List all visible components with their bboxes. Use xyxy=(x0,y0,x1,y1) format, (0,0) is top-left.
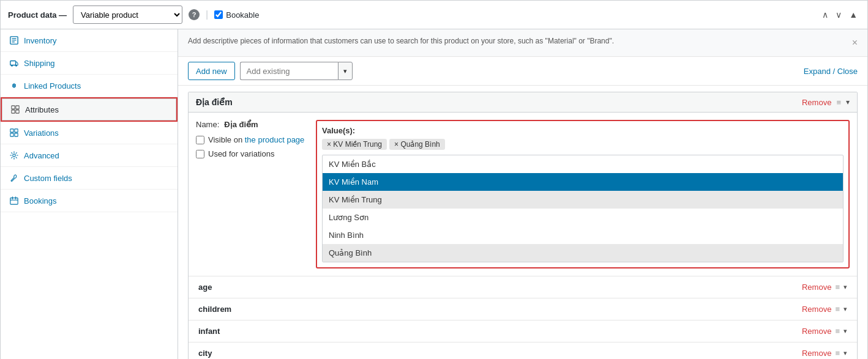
name-label: Name: xyxy=(196,120,219,129)
expand-close-link-top[interactable]: Expand / Close xyxy=(804,67,858,76)
sub-attr-name-childrem: childrem xyxy=(198,305,231,314)
link-icon xyxy=(9,81,19,91)
sub-attr-city: city Remove ≡ ▾ xyxy=(189,342,857,359)
add-existing-dropdown-button[interactable]: ▾ xyxy=(338,62,353,80)
sub-attr-actions-city: Remove ≡ ▾ xyxy=(802,349,847,358)
attribute-chevron[interactable]: ▾ xyxy=(846,98,850,106)
dropdown-item-kv-mien-nam[interactable]: KV Miền Nam xyxy=(323,173,843,191)
svg-rect-11 xyxy=(15,133,18,136)
attribute-header-dia-diem: Địa điểm Remove ≡ ▾ xyxy=(189,92,857,113)
chevron-city-icon[interactable]: ▾ xyxy=(844,349,847,357)
drag-city-icon: ≡ xyxy=(835,349,840,358)
help-icon[interactable]: ? xyxy=(189,9,200,20)
product-page-link[interactable]: the product page xyxy=(245,135,305,144)
attribute-left-panel: Name: Địa điểm Visible on the product pa… xyxy=(196,120,306,268)
values-label: Value(s): xyxy=(322,126,844,135)
tag-quang-binh: × Quảng Bình xyxy=(389,139,445,150)
attribute-values-panel: Value(s): × KV Miền Trung × Quảng Bình K… xyxy=(316,120,850,268)
used-variations-checkbox[interactable] xyxy=(196,150,204,158)
svg-rect-9 xyxy=(15,129,18,132)
remove-attribute-link[interactable]: Remove xyxy=(802,98,831,107)
dropdown-item-kv-mien-bac[interactable]: KV Miền Bắc xyxy=(323,155,843,173)
wrench-icon xyxy=(9,173,19,183)
sidebar: Inventory Shipping Linked Products Attri… xyxy=(1,29,178,359)
header-separator: | xyxy=(206,9,208,20)
shipping-icon xyxy=(9,58,19,68)
sub-attr-actions-infant: Remove ≡ ▾ xyxy=(802,327,847,336)
sidebar-label-advanced: Advanced xyxy=(24,151,59,160)
tag-label-kv-mien-trung: × KV Miền Trung xyxy=(327,140,382,149)
product-data-panel: Product data — Variable product Simple p… xyxy=(0,0,868,359)
gear-icon xyxy=(9,150,19,160)
chevron-infant-icon[interactable]: ▾ xyxy=(844,327,847,335)
product-data-title: Product data — xyxy=(8,10,67,20)
sidebar-label-custom-fields: Custom fields xyxy=(24,174,72,183)
dropdown-item-kv-mien-trung[interactable]: KV Miền Trung xyxy=(323,191,843,209)
remove-infant-link[interactable]: Remove xyxy=(802,327,831,336)
arrow-collapse-button[interactable]: ▲ xyxy=(847,9,860,21)
used-variations-check-row[interactable]: Used for variations xyxy=(196,149,306,158)
bookable-label[interactable]: Bookable xyxy=(214,10,259,20)
sidebar-item-bookings[interactable]: Bookings xyxy=(1,190,178,212)
variations-icon xyxy=(9,128,19,138)
drag-icon: ≡ xyxy=(836,98,841,107)
chevron-age-icon[interactable]: ▾ xyxy=(844,283,847,291)
tag-kv-mien-trung: × KV Miền Trung xyxy=(322,139,387,150)
remove-age-link[interactable]: Remove xyxy=(802,283,831,292)
inventory-icon xyxy=(9,35,19,45)
svg-rect-5 xyxy=(16,106,19,109)
add-existing-wrap: ▾ xyxy=(240,62,353,80)
add-new-button[interactable]: Add new xyxy=(188,62,235,80)
visible-checkbox[interactable] xyxy=(196,136,204,144)
info-close-button[interactable]: × xyxy=(852,35,858,50)
arrow-down-button[interactable]: ∨ xyxy=(833,9,844,21)
svg-rect-6 xyxy=(12,110,15,113)
sidebar-item-variations[interactable]: Variations xyxy=(1,122,178,144)
sidebar-item-shipping[interactable]: Shipping xyxy=(1,52,178,75)
tag-label-quang-binh: × Quảng Bình xyxy=(394,140,440,149)
bookable-checkbox[interactable] xyxy=(214,10,223,19)
attribute-title-dia-diem: Địa điểm xyxy=(196,97,233,107)
visible-check-row[interactable]: Visible on the product page xyxy=(196,135,306,144)
attribute-body: Name: Địa điểm Visible on the product pa… xyxy=(189,113,857,276)
sidebar-item-inventory[interactable]: Inventory xyxy=(1,29,178,52)
visible-label: Visible on the product page xyxy=(208,135,304,144)
dropdown-item-luong-son[interactable]: Lương Sơn xyxy=(323,209,843,226)
sub-attr-actions-childrem: Remove ≡ ▾ xyxy=(802,305,847,314)
values-dropdown-list[interactable]: KV Miền Bắc KV Miền Nam KV Miền Trung Lư… xyxy=(322,155,844,262)
sidebar-item-linked-products[interactable]: Linked Products xyxy=(1,75,178,97)
sidebar-item-attributes[interactable]: Attributes xyxy=(1,97,178,122)
sidebar-item-custom-fields[interactable]: Custom fields xyxy=(1,167,178,190)
sidebar-label-inventory: Inventory xyxy=(24,36,56,45)
drag-infant-icon: ≡ xyxy=(835,327,840,336)
selected-tags: × KV Miền Trung × Quảng Bình xyxy=(322,139,844,150)
dropdown-item-quang-binh[interactable]: Quảng Bình xyxy=(323,244,843,262)
product-header: Product data — Variable product Simple p… xyxy=(1,1,867,29)
drag-age-icon: ≡ xyxy=(835,283,840,292)
drag-childrem-icon: ≡ xyxy=(835,305,840,314)
sidebar-item-advanced[interactable]: Advanced xyxy=(1,144,178,167)
svg-rect-8 xyxy=(10,129,13,132)
chevron-childrem-icon[interactable]: ▾ xyxy=(844,305,847,313)
svg-rect-10 xyxy=(10,133,13,136)
sub-attr-name-age: age xyxy=(198,283,212,292)
dropdown-item-ninh-binh[interactable]: Ninh Bình xyxy=(323,226,843,244)
sidebar-label-variations: Variations xyxy=(24,128,59,138)
sub-attr-infant: infant Remove ≡ ▾ xyxy=(189,320,857,342)
svg-rect-1 xyxy=(10,61,16,65)
remove-city-link[interactable]: Remove xyxy=(802,349,831,358)
remove-childrem-link[interactable]: Remove xyxy=(802,305,831,314)
arrow-up-button[interactable]: ∧ xyxy=(820,9,831,21)
attribute-header-actions: Remove ≡ ▾ xyxy=(802,98,850,107)
header-arrows: ∧ ∨ ▲ xyxy=(820,9,860,21)
product-body: Inventory Shipping Linked Products Attri… xyxy=(1,29,867,359)
product-type-select[interactable]: Variable product Simple product Grouped … xyxy=(73,6,182,24)
svg-rect-4 xyxy=(12,106,15,109)
used-variations-label: Used for variations xyxy=(208,149,274,158)
bookable-text: Bookable xyxy=(226,10,259,20)
name-value: Địa điểm xyxy=(224,120,258,129)
sidebar-label-linked-products: Linked Products xyxy=(24,81,81,91)
add-existing-input[interactable] xyxy=(240,62,338,80)
sub-attr-name-infant: infant xyxy=(198,327,220,336)
svg-point-12 xyxy=(13,154,15,157)
